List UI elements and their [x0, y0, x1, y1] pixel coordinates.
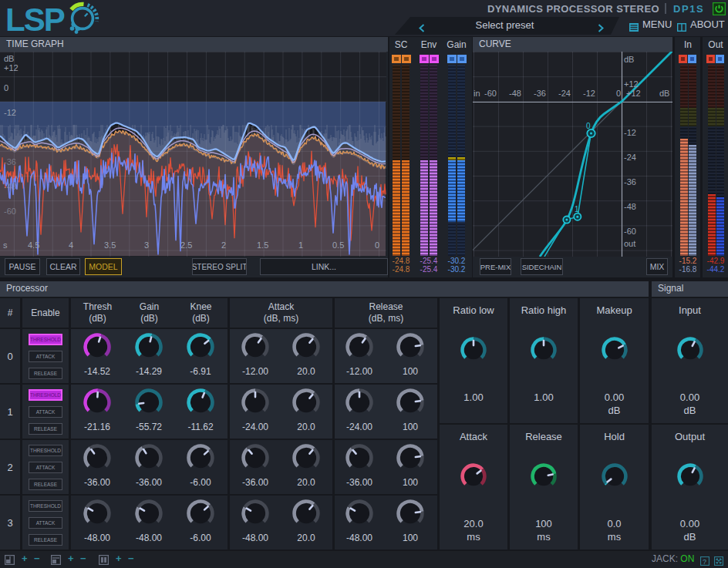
svg-text:2.5: 2.5	[180, 240, 192, 250]
svg-text:-60: -60	[4, 207, 16, 216]
svg-text:s: s	[3, 240, 8, 250]
svg-text:dB: dB	[659, 89, 669, 98]
svg-text:3: 3	[144, 240, 149, 250]
svg-text:-48: -48	[4, 182, 16, 191]
svg-text:0: 0	[375, 240, 379, 250]
svg-text:-60: -60	[484, 89, 497, 98]
svg-text:-12: -12	[4, 108, 16, 117]
svg-text:-24: -24	[624, 153, 636, 162]
svg-text:0: 0	[586, 122, 591, 130]
svg-text:+12: +12	[626, 89, 641, 98]
svg-text:-12: -12	[624, 128, 636, 137]
svg-text:4: 4	[69, 240, 73, 250]
svg-text:1: 1	[298, 240, 303, 250]
svg-text:dB: dB	[4, 54, 14, 63]
svg-text:?: ?	[703, 558, 706, 566]
svg-text:dB: dB	[624, 55, 634, 64]
svg-text:-36: -36	[624, 177, 636, 187]
svg-text:-24: -24	[558, 89, 571, 98]
svg-text:+12: +12	[4, 63, 19, 72]
svg-text:0: 0	[616, 89, 621, 98]
svg-text:0: 0	[4, 83, 8, 92]
svg-text:0.5: 0.5	[332, 240, 344, 250]
svg-text:out: out	[624, 239, 635, 248]
svg-text:in: in	[474, 89, 480, 98]
svg-text:-12: -12	[583, 89, 595, 98]
svg-text:-36: -36	[534, 89, 546, 98]
svg-text:LSP: LSP	[5, 2, 65, 36]
svg-text:-48: -48	[509, 89, 521, 98]
svg-text:1: 1	[575, 205, 579, 213]
svg-text:-36: -36	[4, 157, 16, 166]
svg-text:+12: +12	[624, 79, 639, 89]
svg-text:4.5: 4.5	[28, 240, 39, 250]
svg-text:1.5: 1.5	[257, 240, 268, 250]
svg-text:-48: -48	[624, 202, 636, 211]
svg-text:2: 2	[221, 240, 226, 250]
svg-text:3.5: 3.5	[104, 240, 116, 250]
svg-text:-60: -60	[624, 227, 636, 236]
